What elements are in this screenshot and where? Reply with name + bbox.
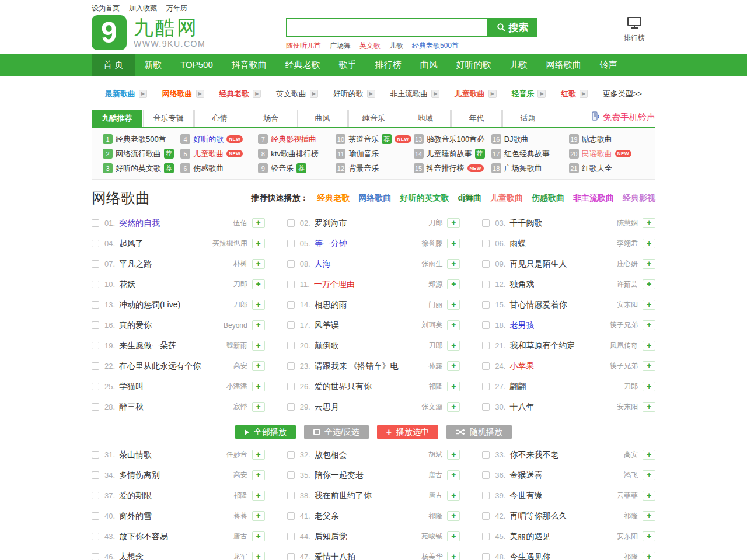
song-checkbox[interactable] <box>482 240 490 247</box>
recommend-item[interactable]: 11瑜伽音乐 <box>336 148 411 159</box>
song-title[interactable]: 相思的雨 <box>315 300 347 310</box>
song-checkbox[interactable] <box>92 492 99 499</box>
song-artist[interactable]: 祁隆 <box>619 552 638 560</box>
nav-item[interactable]: 网络歌曲 <box>537 54 591 76</box>
add-song-button[interactable]: + <box>643 320 655 330</box>
tab[interactable]: 心情 <box>194 110 245 127</box>
song-artist[interactable]: 祁隆 <box>424 511 442 521</box>
song-title[interactable]: 我和草原有个约定 <box>509 341 575 351</box>
song-checkbox[interactable] <box>92 403 99 411</box>
add-song-button[interactable]: + <box>447 491 460 501</box>
song-checkbox[interactable] <box>287 260 295 268</box>
song-title[interactable]: 茶山情歌 <box>119 450 152 460</box>
add-song-button[interactable]: + <box>643 341 655 351</box>
song-checkbox[interactable] <box>92 281 99 288</box>
song-checkbox[interactable] <box>482 362 490 370</box>
song-checkbox[interactable] <box>482 383 490 390</box>
song-title[interactable]: 美丽的遇见 <box>509 531 550 542</box>
nav-item[interactable]: 曲风 <box>411 54 447 76</box>
song-title[interactable]: 敖包相会 <box>315 450 347 460</box>
song-title[interactable]: 冲动的惩罚(Live) <box>119 300 180 310</box>
song-title[interactable]: 翩翩 <box>509 382 526 392</box>
song-checkbox[interactable] <box>287 321 295 329</box>
add-song-button[interactable]: + <box>252 259 265 269</box>
song-checkbox[interactable] <box>92 240 99 247</box>
search-hot-link[interactable]: 儿歌 <box>389 41 403 51</box>
song-checkbox[interactable] <box>482 281 490 288</box>
add-song-button[interactable]: + <box>447 320 460 330</box>
search-hot-link[interactable]: 随便听几首 <box>286 41 321 51</box>
add-song-button[interactable]: + <box>447 341 460 351</box>
song-title[interactable]: 小苹果 <box>509 361 534 372</box>
add-song-button[interactable]: + <box>643 402 655 412</box>
recommend-item[interactable]: 16DJ歌曲 <box>491 134 567 145</box>
song-artist[interactable]: 唐古 <box>424 491 442 501</box>
tab[interactable]: 音乐专辑 <box>143 110 194 127</box>
add-song-button[interactable]: + <box>252 361 265 371</box>
quick-play-link[interactable]: 经典老歌 <box>317 193 350 204</box>
tab[interactable]: 纯音乐 <box>348 110 399 127</box>
recommend-item[interactable]: 6伤感歌曲 <box>180 163 256 174</box>
song-checkbox[interactable] <box>482 492 490 499</box>
add-song-button[interactable]: + <box>252 511 265 521</box>
song-artist[interactable]: 魏新雨 <box>222 341 247 351</box>
song-artist[interactable]: 祁隆 <box>619 511 638 521</box>
song-checkbox[interactable] <box>92 362 99 370</box>
add-song-button[interactable]: + <box>447 361 460 371</box>
add-song-button[interactable]: + <box>252 239 265 249</box>
song-artist[interactable]: 任妙音 <box>222 450 247 460</box>
play-all-button[interactable]: 全部播放 <box>235 425 296 439</box>
song-artist[interactable]: 小潘潘 <box>222 382 247 391</box>
song-title[interactable]: 大海 <box>315 259 331 270</box>
subnav-item[interactable]: 最新歌曲▶ <box>105 89 147 99</box>
tab[interactable]: 场合 <box>246 110 296 127</box>
song-artist[interactable]: 刘珂矣 <box>417 320 442 330</box>
add-song-button[interactable]: + <box>643 361 655 371</box>
logo[interactable]: 9 九酷网 WWW.9KU.COM <box>92 12 286 50</box>
recommend-item[interactable]: 2网络流行歌曲荐 <box>103 148 178 159</box>
song-title[interactable]: 罗刹海市 <box>315 218 347 229</box>
add-song-button[interactable]: + <box>252 341 265 351</box>
song-artist[interactable]: 祁隆 <box>229 491 247 501</box>
song-artist[interactable]: 筷子兄弟 <box>605 361 638 371</box>
song-artist[interactable]: 刀郎 <box>229 279 247 289</box>
song-artist[interactable]: 门丽 <box>424 300 442 310</box>
song-artist[interactable]: 刀郎 <box>424 218 442 228</box>
free-ringtone-link[interactable]: 免费手机铃声 <box>592 111 655 127</box>
song-title[interactable]: 我在前世约了你 <box>315 491 372 501</box>
add-song-button[interactable]: + <box>643 491 655 501</box>
song-checkbox[interactable] <box>287 553 295 560</box>
recommend-item[interactable]: 5儿童歌曲NEW <box>180 148 256 159</box>
play-arrow-icon[interactable]: ▶ <box>310 90 318 98</box>
song-title[interactable]: 平凡之路 <box>119 259 152 270</box>
add-song-button[interactable]: + <box>643 511 655 521</box>
add-song-button[interactable]: + <box>252 450 265 460</box>
song-checkbox[interactable] <box>287 281 295 288</box>
song-title[interactable]: 雨蝶 <box>509 239 526 249</box>
song-checkbox[interactable] <box>92 533 99 540</box>
nav-item[interactable]: 经典老歌 <box>276 54 330 76</box>
song-checkbox[interactable] <box>482 260 490 268</box>
song-title[interactable]: 后知后觉 <box>315 531 347 542</box>
song-checkbox[interactable] <box>287 362 295 370</box>
play-selected-button[interactable]: +播放选中 <box>377 425 438 439</box>
song-artist[interactable]: 祁隆 <box>424 382 442 391</box>
song-title[interactable]: 多情伤离别 <box>119 470 160 481</box>
nav-item[interactable]: 排行榜 <box>366 54 411 76</box>
song-title[interactable]: 今生遇见你 <box>509 552 550 560</box>
recommend-item[interactable]: 13胎教音乐100首必 <box>414 134 489 145</box>
song-title[interactable]: 窗外的雪 <box>119 511 152 522</box>
search-hot-link[interactable]: 广场舞 <box>330 41 351 51</box>
song-checkbox[interactable] <box>92 321 99 329</box>
add-song-button[interactable]: + <box>643 470 655 480</box>
subnav-item[interactable]: 好听的歌▶ <box>333 89 375 99</box>
song-artist[interactable]: 郑源 <box>424 279 442 289</box>
recommend-item[interactable]: 4好听的歌NEW <box>180 134 256 145</box>
song-checkbox[interactable] <box>287 342 295 349</box>
song-artist[interactable]: 高安 <box>229 470 247 480</box>
add-song-button[interactable]: + <box>643 382 655 391</box>
song-artist[interactable]: 朴树 <box>229 259 247 269</box>
song-title[interactable]: 起风了 <box>119 239 144 249</box>
song-checkbox[interactable] <box>92 451 99 459</box>
add-song-button[interactable]: + <box>643 300 655 310</box>
